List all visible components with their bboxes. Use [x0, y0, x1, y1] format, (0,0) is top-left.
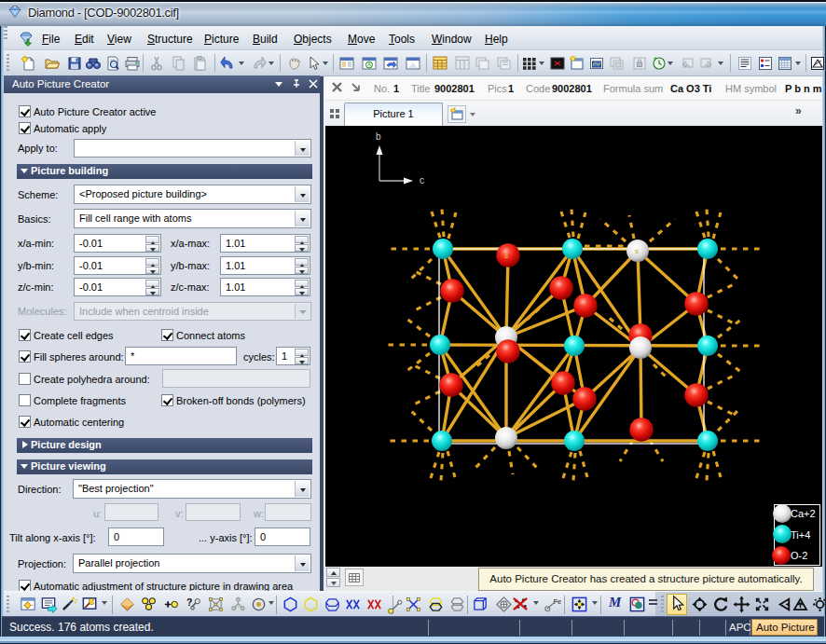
svg-text:c: c [420, 175, 424, 185]
svg-text:b: b [376, 131, 381, 142]
svg-text:Ca+2: Ca+2 [791, 508, 816, 519]
svg-text:O-2: O-2 [791, 550, 807, 561]
svg-text:s: s [504, 252, 508, 260]
svg-text:s: s [635, 247, 639, 255]
svg-text:Ti+4: Ti+4 [791, 529, 810, 541]
svg-text:Fe: Fe [553, 597, 561, 606]
